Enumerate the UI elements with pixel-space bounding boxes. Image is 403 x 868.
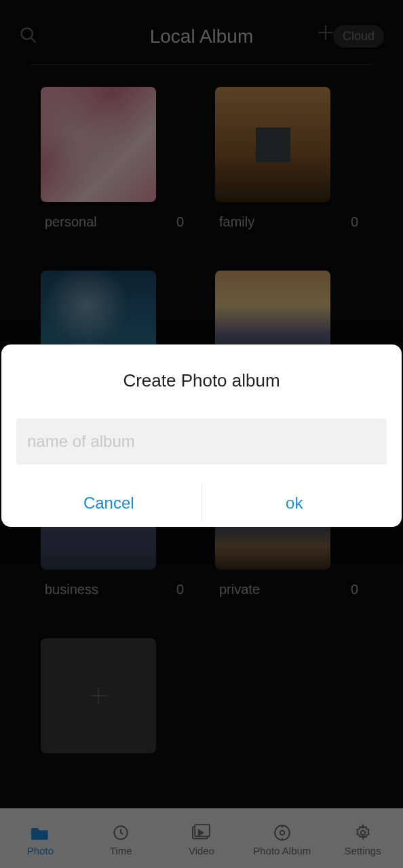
dialog-title: Create Photo album: [16, 370, 387, 391]
cancel-button[interactable]: Cancel: [16, 479, 202, 527]
ok-button[interactable]: ok: [202, 479, 387, 527]
album-name-input[interactable]: [16, 418, 387, 465]
dialog-actions: Cancel ok: [16, 479, 387, 527]
create-album-dialog: Create Photo album Cancel ok: [1, 344, 402, 527]
